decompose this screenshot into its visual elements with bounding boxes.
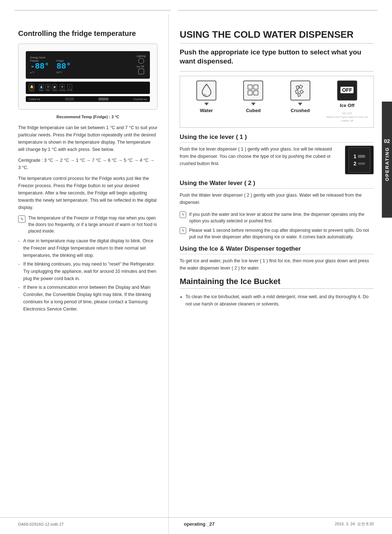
fridge-lever-diagram: 1 2 [348,147,370,173]
svg-marker-7 [299,85,303,89]
body-para-1: The fridge temperature can be set betwee… [18,124,158,153]
no-ice-label: NO ICESelect this if you want to turn ic… [324,112,371,123]
footer: DA68-02916G-12.indb 27 operating _27 201… [0,517,392,527]
svg-marker-10 [298,94,301,96]
crushed-icon-item: ❋ Crushed [59,84,66,91]
freezer-temp: -88° [30,62,49,71]
crushed-ice-label: Crushed Ice [133,98,147,100]
maintaining-list: To clean the ice bin/bucket, wash with a… [180,293,374,308]
temp-block-left: Freezer -88° ₃₈°F [30,59,49,74]
maintaining-section: Maintaining the Ice Bucket To clean the … [180,277,374,308]
note-text-1: The temperature of the Freezer or Fridge… [28,215,158,234]
fridge-label: Fridge [57,59,71,62]
left-column: Controlling the fridge temperature Energ… [0,15,169,534]
lever-num-row2: 2 [354,161,365,167]
cubed-icon-item: ◼ Cubed [52,84,57,91]
water-mode-label: Water [39,89,44,91]
note-row-2: ✎ Please wait 1 second before removing t… [180,227,374,240]
crushed-label: Crushed [291,108,310,113]
ice-off-icon-diag [138,69,144,74]
lever1-title: Using the ice lever ( 1 ) [180,134,374,141]
lever2-text: Push the Water lever dispenser ( 2 ) gen… [180,192,374,206]
iceoff-diag-label: Ice Off [67,89,73,91]
ice-off-label: Ice Off [340,103,354,108]
ice-type-crushed: Crushed [277,81,324,113]
maintaining-divider [180,288,374,289]
cubed-ice-label: Cubed Ice [29,98,40,100]
note-text-sm-1: If you push the water and Ice lever at a… [189,211,374,224]
svg-rect-2 [248,85,252,89]
alarm-label: Alarm [29,90,34,92]
together-text: To get Ice and water, push the Ice lever… [180,257,374,272]
lever1-text: Push the Ice lever dispenser ( 1 ) gentl… [180,145,340,174]
footer-left: DA68-02916G-12.indb 27 [18,522,64,526]
temp-block-right: Fridge 88° 88°F [57,59,71,74]
note-box-1: ✎ The temperature of the Freezer or Frid… [18,215,158,234]
note-icon-1: ✎ [18,215,25,223]
crushed-diag-icon: ❋ [60,84,65,89]
ice-type-water: Water [183,81,230,113]
note-text-sm-2: Please wait 1 second before removing the… [189,227,374,240]
footer-page: operating _27 [184,521,215,527]
page: 02 OPERATING Controlling the fridge temp… [0,0,392,534]
right-column: USING THE COLD WATER DISPENSER Push the … [169,15,392,534]
bullet-item-2: If the blinking continues, you may need … [18,260,158,282]
water-icon [196,81,216,100]
iceoff-diag-icon: ○ [67,84,72,89]
right-sub-heading: Push the appropriate ice type button to … [180,48,374,66]
water-lever-section: Using the Water lever ( 2 ) Push the Wat… [180,180,374,206]
ice-type-cubed: Cubed [230,81,277,113]
fridge-display-right: Lighting Ice Off [136,55,146,75]
cubed-icon [243,81,263,100]
lever1-divider [180,142,374,143]
alarm-icon-item: 🔔 Alarm [29,84,34,92]
filter-icon-item: ⚙ Filter [45,84,50,91]
top-border-right [178,10,377,11]
bullet-list: A rise in temperature may cause the digi… [18,237,158,313]
alarm-icon: 🔔 [29,84,34,90]
lever-num-1: 1 [354,153,356,159]
no-ice-note: Select this if you want to turn ice make… [326,115,368,122]
main-divider [180,43,374,44]
fridge-temp: 88° [57,62,71,71]
ice-lever-section: Using the ice lever ( 1 ) Push the Ice l… [180,134,374,174]
cubed-arrow [251,103,256,106]
filter-icon: ⚙ [45,84,50,89]
svg-marker-6 [296,86,299,89]
side-tab: 02 OPERATING [382,102,392,218]
svg-marker-9 [300,90,303,94]
body-para-2: Centigrade : 3 °C → 2 °C → 1 °C → 7 °C →… [18,157,158,171]
note-row-1: ✎ If you push the water and Ice lever at… [180,211,374,224]
lever2-divider [180,188,374,189]
fridge-icon-row: 🔔 Alarm 💧 Water ⚙ Filter ◼ [26,82,150,94]
body-para-3: The temperature control process for the … [18,175,158,211]
bullet-item-3: If there is a communication error betwee… [18,284,158,313]
water-mode-icon: 💧 [39,84,44,89]
lighting-label: Lighting [136,55,146,57]
cubed-label: Cubed [246,108,261,113]
footer-right: 2016. 3. 24. 오전 8:20 [335,521,374,527]
water-arrow [204,103,209,106]
fridge-bottom: Cubed Ice Crushed Ice [26,96,150,102]
energy-saver-label: Energy Saver [30,56,71,59]
cubed-diag-icon: ◼ [52,84,57,89]
fridge-unit: 88°F [57,71,71,74]
ice-type-iceoff: OFF Ice Off NO ICESelect this if you wan… [324,81,371,123]
water-icon-item: 💧 Water [39,84,44,91]
lever2-title: Using the Water lever ( 2 ) [180,180,374,187]
left-section-title: Controlling the fridge temperature [18,29,158,38]
svg-rect-4 [248,91,252,95]
freezer-unit: ₃₈°F [30,71,49,74]
together-section: Using the Ice & Water Dispenser together… [180,245,374,272]
right-main-title: USING THE COLD WATER DISPENSER [180,29,374,40]
temp-row: Freezer -88° ₃₈°F Fridge 88° 88°F [30,59,71,74]
cubed-diag-label: Cubed [52,89,57,91]
maintaining-bullet-1: To clean the ice bin/bucket, wash with a… [185,293,374,308]
bullet-item-1: A rise in temperature may cause the digi… [18,237,158,259]
maintaining-title: Maintaining the Ice Bucket [180,277,374,286]
together-title: Using the Ice & Water Dispenser together [180,245,374,252]
top-border-left [15,10,171,11]
water-label: Water [200,108,213,113]
ice-types-row: Water Cubed [180,76,374,128]
together-divider [180,254,374,254]
